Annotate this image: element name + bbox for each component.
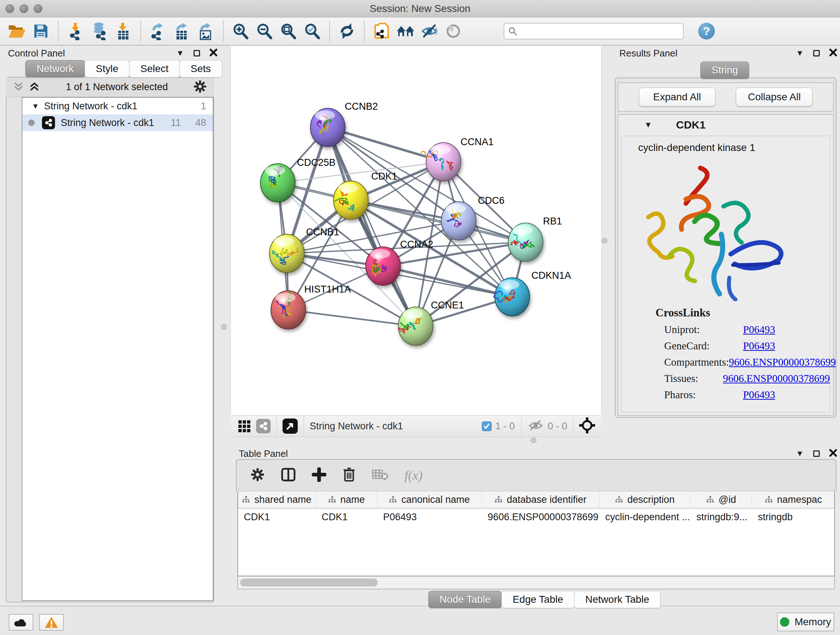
options-gear-icon[interactable] (193, 80, 207, 95)
crosslink-link[interactable]: P06493 (743, 389, 775, 401)
entry-header[interactable]: ▼ CDK1 (618, 115, 833, 135)
panel-float-icon[interactable] (813, 450, 820, 457)
table-cell[interactable]: 9606.ENSP00000378699 (482, 511, 600, 523)
table-cell[interactable]: stringdb:9... (691, 511, 752, 523)
copy-document-icon[interactable] (370, 19, 393, 43)
panel-float-icon[interactable] (194, 50, 200, 57)
show-hidden-icon[interactable] (441, 19, 465, 43)
tab-style[interactable]: Style (85, 60, 129, 78)
crosslink-link[interactable]: 9606.ENSP00000378699 (723, 372, 830, 384)
table-cell[interactable]: cyclin-dependent ... (600, 511, 691, 523)
search-input[interactable] (517, 26, 669, 37)
network-view-footer: String Network - cdk1 1 - 0 0 - 0 (231, 415, 602, 437)
search-box[interactable] (504, 23, 684, 40)
tab-network[interactable]: Network (25, 60, 85, 78)
scrollbar-thumb[interactable] (240, 578, 378, 586)
open-session-icon[interactable] (5, 19, 29, 43)
entry-content: cyclin-dependent kinase 1 CrossLinks Uni… (621, 136, 830, 412)
zoom-selected-icon[interactable] (300, 19, 324, 43)
crosslink-label: Uniprot: (664, 324, 743, 336)
crosslink-link[interactable]: 9606.ENSP00000378699 (729, 356, 836, 368)
panel-float-icon[interactable] (813, 50, 820, 57)
protein-node-HIST1H1A[interactable]: HIST1H1A (271, 284, 351, 329)
tab-edge-table[interactable]: Edge Table (501, 591, 575, 608)
zoom-out-icon[interactable] (253, 19, 276, 43)
protein-node-CDKN1A[interactable]: CDKN1A (494, 270, 571, 316)
protein-node-RB1[interactable]: RB1 (508, 216, 562, 261)
protein-node-CDC25B[interactable]: CDC25B (261, 157, 336, 202)
warning-button[interactable] (39, 614, 64, 631)
zoom-in-icon[interactable] (229, 19, 253, 43)
table-gear-icon[interactable] (250, 467, 265, 483)
crosslink-row: Uniprot:P06493 (632, 321, 830, 338)
delete-column-icon[interactable] (342, 467, 356, 484)
import-network-icon[interactable] (64, 19, 88, 43)
first-neighbors-icon[interactable] (393, 19, 417, 43)
tab-string[interactable]: String (700, 62, 749, 79)
export-image-icon[interactable] (194, 19, 218, 43)
entry-collapse-icon[interactable]: ▼ (644, 120, 652, 130)
tab-sets[interactable]: Sets (180, 60, 222, 78)
expand-all-button[interactable]: Expand All (639, 88, 715, 106)
table-cell[interactable]: CDK1 (238, 511, 316, 523)
left-splitter-grip[interactable] (221, 324, 227, 330)
crosslink-link[interactable]: P06493 (743, 324, 775, 335)
tab-select[interactable]: Select (129, 60, 180, 78)
bottom-splitter-grip[interactable] (531, 437, 537, 443)
birds-eye-view-icon[interactable] (283, 418, 298, 434)
panel-menu-icon[interactable]: ▼ (176, 49, 184, 58)
table-cell[interactable]: stringdb (752, 511, 835, 523)
column-header-description[interactable]: description (600, 491, 691, 508)
column-header-database-identifier[interactable]: database identifier (482, 491, 600, 508)
table-cell[interactable]: P06493 (377, 511, 482, 523)
import-table-icon[interactable] (111, 19, 135, 43)
network-canvas[interactable]: CCNB2CCNA1CDC25BCDK1CDC6RB1CCNB1CCNA2CDK… (231, 46, 602, 415)
panel-close-icon[interactable] (210, 49, 218, 58)
expand-all-icon[interactable] (28, 80, 41, 94)
protein-node-CCNE1[interactable]: CCNE1 (398, 300, 464, 345)
table-row[interactable]: CDK1CDK1P064939606.ENSP00000378699cyclin… (238, 509, 834, 525)
crosshair-icon[interactable] (579, 417, 595, 435)
collapse-all-icon[interactable] (12, 80, 25, 94)
results-panel-title: Results Panel (619, 48, 677, 59)
node-label: CDKN1A (531, 270, 571, 281)
right-splitter-grip[interactable] (602, 238, 607, 244)
network-collection-row[interactable]: ▼ String Network - cdk1 1 (22, 98, 213, 114)
node-table[interactable]: shared namenamecanonical namedatabase id… (237, 491, 835, 576)
add-column-icon[interactable] (312, 467, 326, 483)
tab-node-table[interactable]: Node Table (428, 591, 502, 608)
view-grid-icon[interactable] (238, 420, 250, 432)
crosslink-link[interactable]: P06493 (743, 340, 775, 352)
export-table-icon[interactable] (170, 19, 194, 43)
hide-selected-icon[interactable] (417, 19, 441, 43)
column-header--id[interactable]: @id (691, 491, 752, 508)
panel-menu-icon[interactable]: ▼ (796, 449, 804, 458)
string-view-icon[interactable] (256, 419, 271, 433)
collapse-all-button[interactable]: Collapse All (736, 88, 813, 106)
results-entry-cdk1: ▼ CDK1 cyclin-dependent kinase 1 CrossLi… (618, 114, 834, 416)
panel-close-icon[interactable] (829, 449, 837, 458)
selected-checkbox[interactable] (482, 421, 492, 431)
import-database-icon[interactable] (88, 19, 111, 43)
panel-close-icon[interactable] (829, 49, 837, 58)
column-header-name[interactable]: name (316, 491, 377, 508)
table-horizontal-scrollbar[interactable] (237, 576, 835, 589)
memory-button[interactable]: Memory (777, 613, 834, 631)
tree-expander-icon[interactable]: ▼ (32, 102, 39, 111)
column-header-namespac[interactable]: namespac (752, 491, 835, 508)
table-cell[interactable]: CDK1 (316, 511, 377, 523)
network-row[interactable]: String Network - cdk1 11 48 (22, 114, 213, 131)
network-collection-list: ▼ String Network - cdk1 1 String Network… (22, 97, 213, 601)
tab-network-table[interactable]: Network Table (574, 591, 660, 608)
refresh-icon[interactable] (335, 19, 359, 43)
panel-menu-icon[interactable]: ▼ (796, 49, 804, 58)
help-button[interactable]: ? (698, 23, 715, 40)
column-header-canonical-name[interactable]: canonical name (377, 491, 482, 508)
save-session-icon[interactable] (29, 19, 53, 43)
show-columns-icon[interactable] (281, 467, 296, 484)
column-header-shared-name[interactable]: shared name (238, 491, 316, 508)
export-network-icon[interactable] (146, 19, 170, 43)
column-type-icon (765, 496, 773, 504)
cloud-button[interactable] (9, 614, 33, 631)
zoom-fit-icon[interactable] (276, 19, 300, 43)
